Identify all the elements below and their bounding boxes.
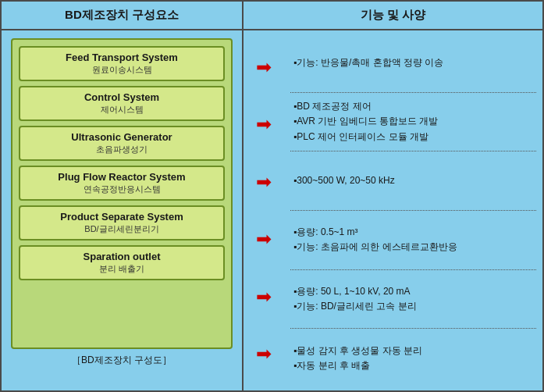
component-name-3: Plug Flow Reactor System xyxy=(27,171,217,183)
component-korean-2: 초음파생성기 xyxy=(27,144,217,155)
component-korean-1: 제어시스템 xyxy=(27,104,217,116)
feature-section-0: ▪기능: 반응물/촉매 혼합액 정량 이송 xyxy=(290,34,536,93)
component-korean-0: 원료이송시스템 xyxy=(27,64,217,76)
right-panel: ▪기능: 반응물/촉매 혼합액 정량 이송▪BD 제조공정 제어 ▪AVR 기반… xyxy=(284,30,542,390)
header-row: BD제조장치 구성요소 기능 및 사양 xyxy=(2,2,542,30)
component-korean-5: 분리 배출기 xyxy=(27,263,217,275)
header-left: BD제조장치 구성요소 xyxy=(2,2,244,29)
component-korean-4: BD/글리세린분리기 xyxy=(27,223,217,235)
component-name-0: Feed Transport System xyxy=(27,52,217,63)
component-box-3: Plug Flow Reactor System연속공정반응시스템 xyxy=(19,166,225,201)
arrow-3: ➡ xyxy=(256,230,272,248)
feature-text-4: ▪용량: 50 L, 1~10 kV, 20 mA ▪기능: BD/글리세린 고… xyxy=(293,284,417,314)
feature-section-3: ▪용량: 0.5~1 m³ ▪기능: 초음파에 의한 에스테르교환반응 xyxy=(290,211,536,270)
component-box-1: Control System제어시스템 xyxy=(19,86,225,121)
feature-text-1: ▪BD 제조공정 제어 ▪AVR 기반 임베디드 통합보드 개발 ▪PLC 제어… xyxy=(293,99,438,144)
component-name-1: Control System xyxy=(27,91,217,103)
caption: ［BD제조장치 구성도］ xyxy=(11,354,233,367)
arrow-4: ➡ xyxy=(256,287,272,306)
left-panel: Feed Transport System원료이송시스템Control Syst… xyxy=(2,30,244,390)
component-box-4: Product Separate SystemBD/글리세린분리기 xyxy=(19,205,225,241)
header-right: 기능 및 사양 xyxy=(244,2,542,29)
feature-section-4: ▪용량: 50 L, 1~10 kV, 20 mA ▪기능: BD/글리세린 고… xyxy=(290,270,536,330)
feature-section-2: ▪300~500 W, 20~50 kHz xyxy=(290,151,536,211)
arrow-1: ➡ xyxy=(256,115,272,134)
feature-section-1: ▪BD 제조공정 제어 ▪AVR 기반 임베디드 통합보드 개발 ▪PLC 제어… xyxy=(290,93,536,152)
arrow-2: ➡ xyxy=(256,173,272,191)
arrow-5: ➡ xyxy=(256,344,272,363)
feature-text-2: ▪300~500 W, 20~50 kHz xyxy=(293,173,395,188)
component-box-0: Feed Transport System원료이송시스템 xyxy=(19,46,225,81)
arrow-0: ➡ xyxy=(256,58,272,77)
component-box-5: Sparation outlet분리 배출기 xyxy=(19,245,225,280)
feature-text-5: ▪물성 감지 후 생성물 자동 분리 ▪자동 분리 후 배출 xyxy=(293,344,422,373)
component-korean-3: 연속공정반응시스템 xyxy=(27,184,217,195)
component-box-2: Ultrasonic Generator초음파생성기 xyxy=(19,126,225,161)
component-name-2: Ultrasonic Generator xyxy=(27,131,217,143)
feature-section-5: ▪물성 감지 후 생성물 자동 분리 ▪자동 분리 후 배출 xyxy=(290,329,536,387)
component-name-5: Sparation outlet xyxy=(27,251,217,262)
component-name-4: Product Separate System xyxy=(27,211,217,223)
main-container: BD제조장치 구성요소 기능 및 사양 Feed Transport Syste… xyxy=(0,0,544,392)
feature-text-0: ▪기능: 반응물/촉매 혼합액 정량 이송 xyxy=(293,55,443,70)
components-container: Feed Transport System원료이송시스템Control Syst… xyxy=(11,38,233,349)
content-area: Feed Transport System원료이송시스템Control Syst… xyxy=(2,30,542,390)
arrows-container: ➡➡➡➡➡➡ xyxy=(244,30,284,390)
feature-text-3: ▪용량: 0.5~1 m³ ▪기능: 초음파에 의한 에스테르교환반응 xyxy=(293,225,457,255)
